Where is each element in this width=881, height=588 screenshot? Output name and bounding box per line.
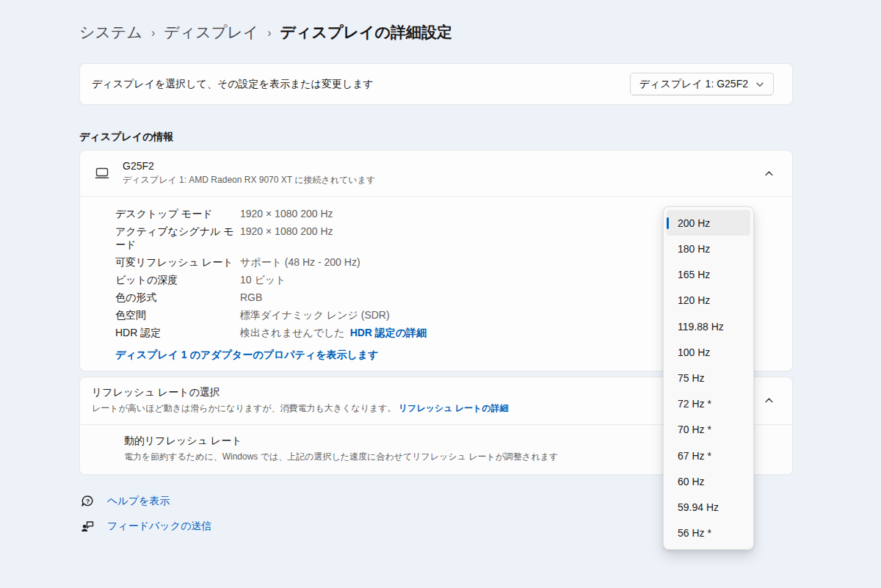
breadcrumb-separator: ›: [267, 25, 271, 40]
refresh-rate-option-label: 100 Hz: [678, 346, 710, 358]
display-info-header-text: G25F2 ディスプレイ 1: AMD Radeon RX 9070 XT に接…: [123, 160, 764, 186]
breadcrumb-display[interactable]: ディスプレイ: [164, 22, 258, 43]
refresh-rate-option-label: 72 Hz *: [678, 398, 711, 410]
feedback-icon: [79, 519, 95, 534]
property-label: 色空間: [115, 309, 240, 322]
device-subtitle: ディスプレイ 1: AMD Radeon RX 9070 XT に接続されていま…: [123, 174, 764, 186]
display-selector-value: ディスプレイ 1: G25F2: [639, 78, 748, 91]
refresh-rate-option-label: 200 Hz: [678, 217, 710, 229]
refresh-rate-option-label: 119.88 Hz: [678, 321, 724, 333]
monitor-icon: [92, 165, 112, 181]
property-label: 色の形式: [115, 291, 240, 305]
chevron-up-icon[interactable]: [764, 396, 774, 405]
refresh-rate-option[interactable]: 165 Hz: [667, 261, 750, 287]
get-help-link[interactable]: ヘルプを表示: [107, 495, 170, 508]
property-value: サポート (48 Hz - 200 Hz): [240, 256, 360, 269]
property-value: 検出されませんでした: [240, 327, 345, 340]
refresh-rate-option[interactable]: 119.88 Hz: [667, 313, 750, 339]
property-value: 1920 × 1080 200 Hz: [240, 225, 333, 237]
property-label: デスクトップ モード: [115, 208, 240, 221]
breadcrumb-system[interactable]: システム: [79, 22, 142, 43]
refresh-rate-option-label: 56 Hz *: [678, 527, 711, 539]
property-label: アクティブなシグナル モード: [115, 225, 240, 252]
refresh-rate-learn-more-link[interactable]: リフレッシュ レートの詳細: [399, 403, 509, 413]
refresh-rate-option[interactable]: 70 Hz *: [667, 417, 750, 443]
property-label: 可変リフレッシュ レート: [115, 256, 240, 269]
display-info-header[interactable]: G25F2 ディスプレイ 1: AMD Radeon RX 9070 XT に接…: [80, 150, 792, 196]
refresh-rate-option-label: 180 Hz: [678, 243, 710, 255]
adapter-properties-link[interactable]: ディスプレイ 1 のアダプターのプロパティを表示します: [115, 349, 378, 362]
refresh-rate-description-text: レートが高いほど動きは滑らかになりますが、消費電力も大きくなります。: [92, 403, 396, 413]
property-label: HDR 認定: [115, 327, 240, 340]
refresh-rate-option[interactable]: 60 Hz: [667, 468, 750, 494]
refresh-rate-option-label: 70 Hz *: [678, 424, 711, 435]
property-value: 1920 × 1080 200 Hz: [240, 208, 333, 219]
breadcrumb: システム › ディスプレイ › ディスプレイの詳細設定: [79, 22, 793, 43]
property-label: ビットの深度: [115, 274, 240, 287]
property-value: 標準ダイナミック レンジ (SDR): [240, 309, 390, 322]
refresh-rate-option[interactable]: 120 Hz: [667, 288, 750, 313]
refresh-rate-option[interactable]: 180 Hz: [667, 236, 750, 261]
chevron-up-icon[interactable]: [764, 169, 774, 178]
property-value: RGB: [240, 291, 262, 303]
hdr-certification-link[interactable]: HDR 認定の詳細: [350, 327, 427, 340]
svg-text:?: ?: [86, 498, 90, 505]
chevron-down-icon: [755, 80, 764, 89]
display-selector-dropdown[interactable]: ディスプレイ 1: G25F2: [630, 73, 774, 95]
selected-indicator: [667, 217, 669, 229]
device-name: G25F2: [123, 160, 764, 172]
refresh-rate-flyout: 200 Hz180 Hz165 Hz120 Hz119.88 Hz100 Hz7…: [663, 206, 754, 550]
breadcrumb-separator: ›: [151, 25, 155, 40]
refresh-rate-option-label: 59.94 Hz: [678, 501, 719, 513]
help-icon: ?: [79, 494, 95, 509]
refresh-rate-option[interactable]: 72 Hz *: [667, 391, 750, 417]
page-title: ディスプレイの詳細設定: [280, 22, 452, 43]
display-info-section-title: ディスプレイの情報: [79, 131, 793, 144]
refresh-rate-option-label: 67 Hz *: [678, 450, 711, 462]
refresh-rate-option[interactable]: 67 Hz *: [667, 443, 750, 468]
display-selector-label: ディスプレイを選択して、その設定を表示または変更します: [92, 78, 374, 91]
refresh-rate-option-label: 165 Hz: [678, 269, 710, 280]
refresh-rate-option-label: 75 Hz: [678, 372, 705, 384]
refresh-rate-option-label: 60 Hz: [678, 476, 705, 487]
property-value: 10 ビット: [240, 274, 286, 287]
send-feedback-link[interactable]: フィードバックの送信: [107, 520, 211, 533]
refresh-rate-option[interactable]: 56 Hz *: [667, 520, 750, 546]
refresh-rate-option-label: 120 Hz: [678, 294, 710, 306]
refresh-rate-option[interactable]: 100 Hz: [667, 339, 750, 365]
refresh-rate-option[interactable]: 200 Hz: [667, 210, 750, 236]
refresh-rate-option[interactable]: 59.94 Hz: [667, 495, 750, 520]
refresh-rate-option[interactable]: 75 Hz: [667, 365, 750, 391]
display-selector-card: ディスプレイを選択して、その設定を表示または変更します ディスプレイ 1: G2…: [79, 63, 793, 105]
